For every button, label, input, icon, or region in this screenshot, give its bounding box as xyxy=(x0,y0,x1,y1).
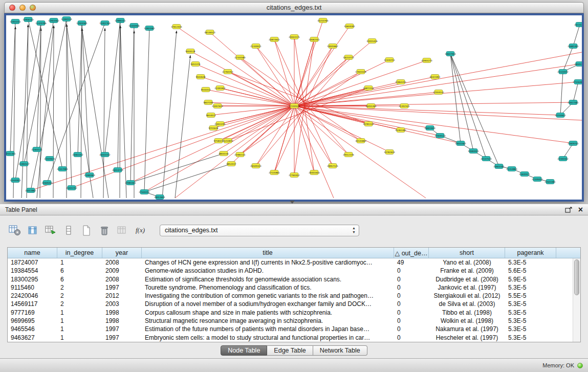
graph-edge[interactable] xyxy=(294,106,314,172)
graph-edge[interactable] xyxy=(294,102,573,106)
graph-node[interactable]: 24617581 xyxy=(568,100,579,105)
graph-node[interactable]: 31864202 xyxy=(395,80,406,84)
graph-node[interactable]: 37059142 xyxy=(433,90,444,95)
graph-node[interactable]: 28045731 xyxy=(574,62,582,67)
graph-node[interactable]: 30781142 xyxy=(363,122,374,126)
graph-edge[interactable] xyxy=(47,23,105,183)
graph-edge[interactable] xyxy=(294,60,427,106)
graph-edge[interactable] xyxy=(195,64,294,106)
window-titlebar[interactable]: citations_edges.txt xyxy=(4,2,584,13)
graph-node[interactable]: 12460134 xyxy=(61,17,72,21)
table-row[interactable]: 1456911722003Disruption of a novel membe… xyxy=(8,300,573,308)
graph-node[interactable]: 9654023 xyxy=(206,113,216,118)
graph-edge[interactable] xyxy=(67,24,93,198)
graph-node[interactable]: 25580463 xyxy=(84,173,95,178)
graph-node[interactable]: 34782634 xyxy=(384,150,395,155)
graph-node[interactable]: 38146523 xyxy=(204,30,215,35)
column-header-out-de[interactable]: △ out_de… xyxy=(394,248,429,258)
graph-node[interactable]: 27135861 xyxy=(269,170,280,175)
graph-node[interactable]: 24013862 xyxy=(25,188,36,193)
graph-node[interactable]: 25031742 xyxy=(66,186,77,190)
graph-node[interactable]: 21349021 xyxy=(250,44,262,49)
table-row[interactable]: 2242004622012Investigating the contribut… xyxy=(8,292,573,300)
graph-node[interactable]: 26601843 xyxy=(424,126,435,130)
graph-edge[interactable] xyxy=(105,20,120,155)
graph-node[interactable]: 31302541 xyxy=(399,104,410,108)
graph-node[interactable]: 25143072 xyxy=(557,70,569,74)
close-window-button[interactable] xyxy=(9,5,15,11)
graph-node[interactable]: 26509324 xyxy=(250,164,262,168)
graph-node[interactable]: 10403251 xyxy=(10,19,21,24)
graph-node[interactable]: 25681491 xyxy=(568,44,579,49)
graph-node[interactable]: 9607185 xyxy=(204,100,213,105)
graph-node[interactable]: 24007613 xyxy=(212,104,223,108)
graph-edge[interactable] xyxy=(28,19,62,169)
table-row[interactable]: 1830029562008Estimation of significance … xyxy=(8,275,573,283)
graph-node[interactable]: 18210773 xyxy=(343,55,354,60)
graph-node[interactable]: 28013691 xyxy=(154,195,165,200)
graph-edge[interactable] xyxy=(144,106,294,192)
graph-node[interactable]: 30145863 xyxy=(355,139,366,143)
graph-edge[interactable] xyxy=(294,106,573,143)
graph-edge[interactable] xyxy=(450,54,461,143)
column-header-in-degree[interactable]: in_degree xyxy=(57,248,102,258)
graph-node[interactable]: 35904273 xyxy=(421,58,432,63)
graph-node[interactable]: 26043152 xyxy=(99,152,111,157)
graph-node[interactable]: 9550314 xyxy=(201,87,211,92)
delete-column-button[interactable] xyxy=(98,224,111,237)
graph-edge[interactable] xyxy=(175,106,294,198)
graph-node[interactable]: 20541361 xyxy=(6,151,16,156)
graph-node[interactable]: 17240523 xyxy=(289,104,300,108)
graph-edge[interactable] xyxy=(294,92,439,106)
column-header-name[interactable]: name xyxy=(8,248,57,258)
function-builder-button[interactable]: f(x) xyxy=(134,224,147,237)
graph-edge[interactable] xyxy=(67,19,72,188)
graph-edge[interactable] xyxy=(224,106,294,154)
graph-edge[interactable] xyxy=(210,32,294,106)
graph-node[interactable]: 18647944 xyxy=(445,52,456,56)
float-panel-icon[interactable] xyxy=(565,207,572,213)
row-options-button[interactable] xyxy=(62,224,75,237)
import-table-button[interactable] xyxy=(44,224,57,237)
graph-edge[interactable] xyxy=(294,106,560,115)
column-header-pagerank[interactable]: pagerank xyxy=(505,248,556,258)
graph-node[interactable]: 20043175 xyxy=(289,35,300,39)
graph-node[interactable]: 13986151 xyxy=(115,18,126,23)
graph-node[interactable]: 11420786 xyxy=(35,21,47,26)
graph-node[interactable]: 28957125 xyxy=(327,164,338,168)
table-row[interactable]: 911546021997Tourette syndrome. Phenomeno… xyxy=(8,283,573,292)
graph-node[interactable]: 20874632 xyxy=(269,37,280,42)
table-source-select[interactable]: citations_edges.txt ▲▼ xyxy=(160,225,359,236)
graph-node[interactable]: 21563171 xyxy=(31,147,42,152)
graph-node[interactable]: 24569201 xyxy=(41,181,53,185)
table-row[interactable]: 1872400712008Changes of HCN gene express… xyxy=(8,258,573,267)
graph-edge[interactable] xyxy=(256,46,294,106)
graph-edge[interactable] xyxy=(82,23,90,175)
graph-node[interactable]: 21084527 xyxy=(18,162,30,166)
graph-node[interactable]: 27516482 xyxy=(573,80,582,84)
graph-node[interactable]: 22104580 xyxy=(234,55,246,60)
table-settings-button[interactable] xyxy=(8,224,21,237)
graph-edge[interactable] xyxy=(144,28,149,192)
graph-edge[interactable] xyxy=(228,72,368,124)
graph-node[interactable]: 9804156 xyxy=(219,151,229,156)
graph-node[interactable]: 21154863 xyxy=(506,167,517,171)
column-header-title[interactable]: title xyxy=(142,248,394,258)
graph-edge[interactable] xyxy=(162,31,177,198)
graph-node[interactable]: 19031562 xyxy=(455,141,466,146)
graph-node[interactable]: 9404128 xyxy=(186,49,195,54)
graph-node[interactable]: 9451376 xyxy=(191,62,201,67)
graph-node[interactable]: 9852037 xyxy=(227,162,236,166)
graph-node[interactable]: 26134782 xyxy=(574,23,582,27)
graph-node[interactable]: 23609741 xyxy=(568,141,579,146)
tab-node-table[interactable]: Node Table xyxy=(221,345,267,356)
graph-node[interactable]: 9758321 xyxy=(214,139,224,143)
graph-node[interactable]: 9502648 xyxy=(196,75,206,79)
graph-edge[interactable] xyxy=(294,106,461,143)
graph-node[interactable]: 13402764 xyxy=(99,21,111,26)
minimize-window-button[interactable] xyxy=(19,5,26,11)
graph-edge[interactable] xyxy=(294,77,435,106)
graph-node[interactable]: 26514733 xyxy=(112,168,123,172)
graph-edge[interactable] xyxy=(560,72,563,115)
graph-node[interactable]: 11903562 xyxy=(48,18,59,23)
